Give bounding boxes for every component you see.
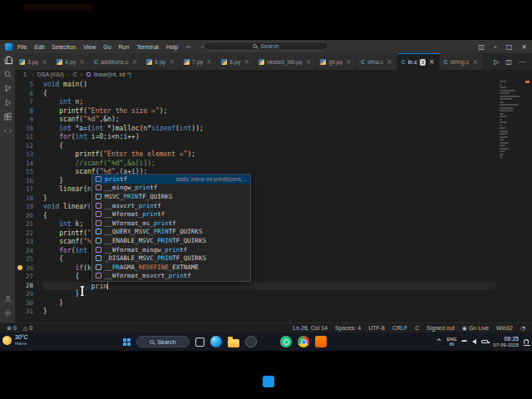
line-number-6[interactable]: 6 bbox=[15, 90, 40, 99]
tab-close-icon[interactable]: × bbox=[206, 58, 212, 66]
code-line-28[interactable]: prin bbox=[43, 282, 495, 291]
quick-fix-lightbulb-icon[interactable] bbox=[17, 265, 22, 270]
line-number-27[interactable]: 27 bbox=[15, 273, 40, 282]
breadcrumb-item[interactable]: 1: bbox=[23, 71, 28, 77]
clock[interactable]: 09:25 07-09-2025 bbox=[493, 336, 519, 348]
tab-close-icon[interactable]: × bbox=[42, 58, 47, 66]
app-icon-whatsapp[interactable] bbox=[280, 336, 292, 347]
wifi-icon[interactable] bbox=[461, 340, 467, 343]
menu-item-edit[interactable]: Edit bbox=[34, 44, 44, 50]
activity-source-control-icon[interactable] bbox=[0, 81, 15, 96]
code-line-8[interactable]: printf("Enter the size ="); bbox=[43, 107, 495, 116]
app-icon-edge[interactable] bbox=[210, 336, 222, 347]
line-number-8[interactable]: 8 bbox=[15, 107, 40, 116]
code-line-13[interactable]: printf("Enter the element ="); bbox=[43, 150, 495, 160]
menu-item-run[interactable]: Run bbox=[119, 44, 130, 50]
breadcrumb-item[interactable]: DSA (KIU) bbox=[37, 71, 64, 77]
activity-remote-icon[interactable] bbox=[0, 124, 15, 138]
line-number-12[interactable]: 12 bbox=[15, 142, 40, 151]
suggestion-item[interactable]: __Wformat_printf bbox=[92, 209, 250, 219]
editor[interactable]: 5678910111213141516171819202122232425262… bbox=[15, 79, 532, 323]
line-number-28[interactable]: 28 bbox=[15, 282, 40, 291]
suggestion-item[interactable]: __QUERY_MSVC_PRINTF_QUIRKS bbox=[92, 228, 250, 237]
suggestion-item[interactable]: __ENABLE_MSVC_PRINTF_QUIRKS bbox=[92, 236, 250, 245]
tab-7-py[interactable]: 7.py× bbox=[180, 53, 217, 70]
run-button[interactable]: ▷ bbox=[494, 58, 499, 66]
menu-item-selection[interactable]: Selection bbox=[52, 44, 76, 50]
code-line-30[interactable]: } bbox=[43, 299, 495, 308]
status-item-ln-26-col-14[interactable]: Ln 26, Col 14 bbox=[293, 325, 328, 331]
line-number-23[interactable]: 23 bbox=[15, 238, 40, 247]
code-line-10[interactable]: int *a=(int *)malloc(n*sizeof(int)); bbox=[43, 125, 495, 134]
line-number-29[interactable]: 29 bbox=[15, 290, 40, 299]
activity-explorer-icon[interactable] bbox=[0, 53, 15, 67]
line-number-11[interactable]: 11 bbox=[15, 133, 40, 142]
minimap[interactable] bbox=[500, 81, 522, 160]
line-number-14[interactable]: 14 bbox=[15, 160, 40, 169]
split-editor-icon[interactable]: ◫ bbox=[505, 58, 512, 66]
status-item-0[interactable]: △0 bbox=[23, 325, 32, 332]
breadcrumb-item[interactable]: C bbox=[73, 71, 77, 77]
menu-item-terminal[interactable]: Terminal bbox=[136, 44, 158, 50]
line-number-21[interactable]: 21 bbox=[15, 220, 40, 229]
app-icon-obs[interactable] bbox=[245, 336, 257, 347]
app-icon-task-view[interactable] bbox=[195, 337, 204, 347]
code-line-9[interactable]: scanf("%d",&n); bbox=[43, 116, 495, 125]
tab-ln-c[interactable]: Cln.c3× bbox=[397, 53, 440, 70]
tab-8-py[interactable]: 8.py× bbox=[217, 53, 254, 70]
tab-3-py[interactable]: 3.py× bbox=[15, 53, 52, 70]
maximize-button[interactable]: □ bbox=[506, 43, 513, 51]
command-center-search[interactable]: Search bbox=[204, 42, 328, 51]
status-item-win32[interactable]: Win32 bbox=[496, 325, 513, 331]
activity-run-debug-icon[interactable] bbox=[0, 96, 15, 110]
tab-close-icon[interactable]: × bbox=[131, 58, 137, 66]
app-icon-file-explorer[interactable] bbox=[228, 339, 239, 347]
code-line-5[interactable]: void main() bbox=[43, 81, 495, 90]
menu-item-go[interactable]: Go bbox=[103, 44, 111, 50]
nav-back-icon[interactable]: ← bbox=[186, 43, 192, 51]
line-number-19[interactable]: 19 bbox=[15, 203, 40, 212]
suggestion-item[interactable]: __msvcrt_printf bbox=[92, 201, 250, 210]
app-icon-vscode[interactable] bbox=[263, 376, 274, 387]
line-number-30[interactable]: 30 bbox=[15, 299, 40, 308]
tab-nested_list-py[interactable]: nested_list.py× bbox=[254, 53, 317, 70]
tab-additions-c[interactable]: Cadditions.c× bbox=[90, 53, 142, 70]
suggestion-item[interactable]: __mingw_printf bbox=[92, 184, 250, 193]
weather-widget[interactable]: 30°C Haze bbox=[2, 334, 28, 347]
code-line-31[interactable]: } bbox=[43, 308, 495, 317]
activity-search-icon[interactable] bbox=[0, 67, 15, 81]
suggestion-item[interactable]: printfstatic inline int printf(cons… bbox=[92, 175, 250, 184]
suggestion-item[interactable]: __Wformat_mingw_printf bbox=[92, 245, 250, 254]
tab-close-icon[interactable]: × bbox=[244, 58, 249, 66]
tab-string-c[interactable]: Cstring.c× bbox=[440, 53, 483, 70]
close-button[interactable]: × bbox=[521, 43, 527, 51]
taskbar-search[interactable]: Search bbox=[136, 336, 190, 347]
tab-git-py[interactable]: git.py× bbox=[316, 53, 356, 70]
line-number-16[interactable]: 16 bbox=[15, 177, 40, 186]
activity-extensions-icon[interactable] bbox=[0, 110, 15, 124]
line-number-9[interactable]: 9 bbox=[15, 116, 40, 125]
menu-item-file[interactable]: File bbox=[17, 44, 27, 50]
menu-item-view[interactable]: View bbox=[83, 44, 96, 50]
status-item-0[interactable]: ⊗0 bbox=[7, 325, 17, 332]
line-number-5[interactable]: 5 bbox=[15, 81, 40, 90]
code-line-12[interactable]: { bbox=[43, 142, 495, 151]
status-item-crlf[interactable]: CRLF bbox=[392, 325, 407, 331]
code-line-29[interactable]: } bbox=[43, 290, 495, 299]
code-line-14[interactable]: //scanf("%d",&a[i]); bbox=[43, 160, 495, 169]
line-number-22[interactable]: 22 bbox=[15, 229, 40, 239]
status-item-spaces-4[interactable]: Spaces: 4 bbox=[335, 325, 361, 331]
activity-settings-icon[interactable] bbox=[0, 306, 15, 320]
suggestion-item[interactable]: __Wformat_msvcrt_printf bbox=[92, 272, 250, 281]
line-number-7[interactable]: 7 bbox=[15, 98, 40, 107]
tab-close-icon[interactable]: × bbox=[346, 58, 352, 66]
battery-icon[interactable] bbox=[481, 340, 488, 343]
tab-6-py[interactable]: 6.py× bbox=[142, 53, 180, 70]
tab-close-icon[interactable]: × bbox=[472, 58, 478, 66]
status-item-c[interactable]: C bbox=[415, 325, 419, 331]
line-number-18[interactable]: 18 bbox=[15, 195, 40, 204]
suggestion-item[interactable]: __Wformat_ms_printf bbox=[92, 219, 250, 228]
status-item-signed-out[interactable]: Signed out bbox=[426, 325, 454, 331]
volume-icon[interactable] bbox=[472, 339, 476, 344]
code-line-11[interactable]: for(int i=0;i<n;i++) bbox=[43, 133, 495, 142]
